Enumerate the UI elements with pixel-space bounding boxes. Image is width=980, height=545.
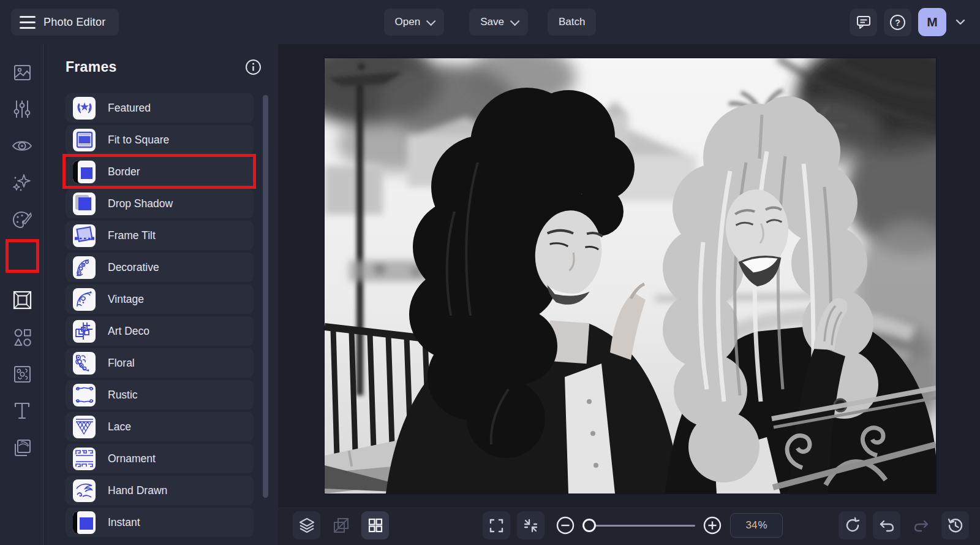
info-icon xyxy=(245,59,262,75)
main-menu-button[interactable]: Photo Editor xyxy=(11,9,119,36)
sidebar-item-frames[interactable] xyxy=(0,283,44,317)
redo-icon xyxy=(913,517,930,534)
sidebar-item-overlays[interactable] xyxy=(0,357,44,391)
frames-item-featured[interactable]: Featured xyxy=(66,93,254,123)
account-menu-button[interactable] xyxy=(953,16,968,28)
sidebar-item-adjust[interactable] xyxy=(0,92,44,126)
fullscreen-icon xyxy=(488,517,505,534)
chevron-down-icon xyxy=(426,16,436,26)
batch-button[interactable]: Batch xyxy=(548,9,596,36)
hand-drawn-icon xyxy=(74,480,95,501)
zoom-slider[interactable] xyxy=(584,525,695,527)
frames-item-label: Ornament xyxy=(108,452,156,465)
save-button-label: Save xyxy=(480,16,504,28)
sidebar-item-edit[interactable] xyxy=(0,55,44,90)
frames-item-ornament[interactable]: Ornament xyxy=(66,444,254,473)
frames-item-rustic[interactable]: Rustic xyxy=(66,380,254,410)
sidebar-item-graphics[interactable] xyxy=(0,320,44,354)
shapes-icon xyxy=(13,328,32,347)
zoom-slider-knob[interactable] xyxy=(582,519,596,532)
decorative-corner-icon xyxy=(74,257,95,278)
sidebar-item-artsy[interactable] xyxy=(0,202,44,237)
layers-button[interactable] xyxy=(293,511,320,539)
sidebar-item-textures[interactable] xyxy=(0,430,44,465)
frames-item-label: Art Deco xyxy=(108,325,149,338)
frames-item-label: Rustic xyxy=(108,389,138,402)
frame-tilt-icon xyxy=(74,225,95,246)
frames-item-border[interactable]: Border xyxy=(66,157,254,186)
fit-screen-icon xyxy=(522,517,539,534)
adjust-sliders-icon xyxy=(13,99,31,119)
history-icon xyxy=(947,517,964,534)
frames-item-label: Drop Shadow xyxy=(108,197,173,210)
frames-item-label: Border xyxy=(108,166,140,178)
feedback-chat-button[interactable] xyxy=(850,9,877,36)
frames-item-instant[interactable]: Instant xyxy=(66,508,254,537)
fit-square-icon xyxy=(75,131,94,149)
image-icon xyxy=(13,63,32,82)
eye-icon xyxy=(12,138,32,154)
photo-image[interactable] xyxy=(325,58,936,494)
frames-info-button[interactable] xyxy=(245,59,262,75)
avatar[interactable]: M xyxy=(918,8,946,36)
canvas-area xyxy=(278,44,980,506)
undo-icon xyxy=(878,517,895,534)
frames-item-fit-to-square[interactable]: Fit to Square xyxy=(66,125,254,154)
compare-icon xyxy=(333,517,350,534)
laurel-star-icon xyxy=(75,99,94,117)
batch-button-label: Batch xyxy=(559,16,585,28)
chat-icon xyxy=(856,14,872,30)
bottom-toolbar: 34 % xyxy=(278,506,980,545)
zoom-in-button[interactable] xyxy=(698,511,726,539)
history-button[interactable] xyxy=(941,511,969,539)
app-title: Photo Editor xyxy=(43,16,105,29)
tool-sidebar xyxy=(0,44,44,545)
frames-item-label: Vintage xyxy=(108,293,144,306)
layers-copy-icon xyxy=(13,438,32,457)
frames-panel: Frames Featured xyxy=(45,44,278,545)
frames-item-label: Decorative xyxy=(108,261,159,274)
zoom-out-button[interactable] xyxy=(551,511,579,539)
open-button-label: Open xyxy=(395,16,421,28)
frames-item-label: Floral xyxy=(108,357,135,370)
help-button[interactable]: ? xyxy=(884,9,911,36)
frames-item-label: Fit to Square xyxy=(108,134,169,147)
grid-view-button[interactable] xyxy=(361,511,389,539)
frames-item-floral[interactable]: Floral xyxy=(66,348,254,378)
grid-view-icon xyxy=(368,517,383,533)
frames-item-label: Frame Tilt xyxy=(108,229,156,242)
zoom-in-icon xyxy=(703,516,722,535)
lace-icon xyxy=(74,416,95,437)
compare-button[interactable] xyxy=(327,511,355,539)
frames-item-decorative[interactable]: Decorative xyxy=(66,253,254,282)
frames-item-label: Featured xyxy=(108,102,151,115)
frames-item-drop-shadow[interactable]: Drop Shadow xyxy=(66,189,254,218)
top-bar: Photo Editor Open Save Batch xyxy=(0,0,980,44)
frames-item-art-deco[interactable]: Art Deco xyxy=(66,316,254,346)
sidebar-item-text[interactable] xyxy=(0,394,44,428)
text-icon xyxy=(13,402,31,420)
undo-button[interactable] xyxy=(873,511,900,539)
frames-item-lace[interactable]: Lace xyxy=(66,412,254,441)
fit-screen-button[interactable] xyxy=(517,511,545,539)
reset-button[interactable] xyxy=(839,511,866,539)
save-button[interactable]: Save xyxy=(469,9,528,36)
zoom-level-input[interactable]: 34 % xyxy=(730,513,783,538)
redo-button[interactable] xyxy=(907,511,935,539)
frames-item-frame-tilt[interactable]: Frame Tilt xyxy=(66,221,254,250)
open-button[interactable]: Open xyxy=(384,9,445,36)
panel-scrollbar[interactable] xyxy=(263,95,268,498)
sidebar-item-effects[interactable] xyxy=(0,166,44,200)
zoom-level-value: 34 xyxy=(745,519,757,532)
photo-artwork xyxy=(325,58,936,494)
art-deco-icon xyxy=(74,321,95,341)
help-icon: ? xyxy=(889,14,906,31)
overlay-texture-icon xyxy=(13,365,32,384)
sidebar-item-touchup[interactable] xyxy=(0,129,44,163)
chevron-down-icon xyxy=(956,18,965,26)
vintage-flourish-icon xyxy=(74,289,95,310)
frames-item-vintage[interactable]: Vintage xyxy=(66,284,254,314)
fullscreen-button[interactable] xyxy=(483,511,510,539)
frames-item-hand-drawn[interactable]: Hand Drawn xyxy=(66,476,254,505)
sparkles-icon xyxy=(12,173,32,192)
